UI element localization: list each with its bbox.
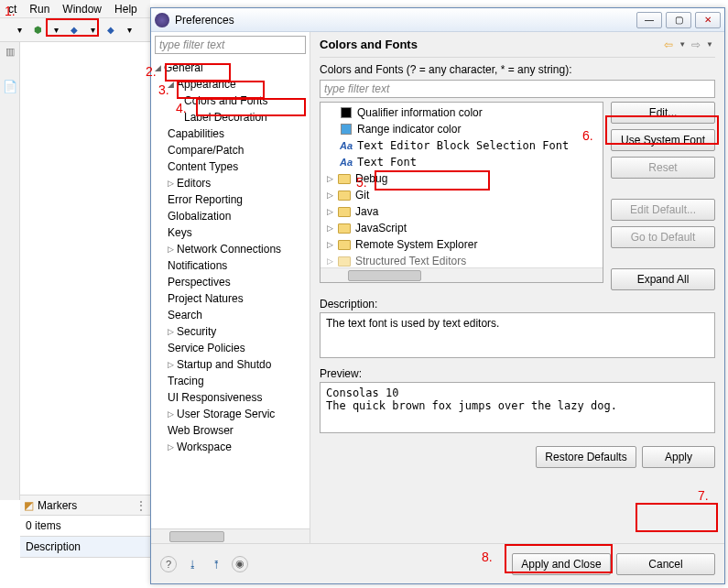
dialog-titlebar: Preferences — ▢ ✕: [151, 8, 724, 32]
description-box: The text font is used by text editors.: [320, 312, 715, 358]
edit-default-button[interactable]: Edit Default...: [611, 199, 715, 221]
tree-globalization[interactable]: Globalization: [168, 208, 231, 224]
nav-forward-menu[interactable]: ▼: [704, 40, 715, 49]
minimize-button[interactable]: —: [636, 12, 662, 28]
close-button[interactable]: ✕: [695, 12, 721, 28]
nav-back-menu[interactable]: ▼: [677, 40, 688, 49]
new-icon[interactable]: ⬢: [29, 22, 46, 38]
tree-ui-responsiveness[interactable]: UI Responsiveness: [168, 389, 262, 406]
help-icon[interactable]: ?: [160, 556, 177, 572]
colors-fonts-list[interactable]: Qualifier information color Range indica…: [320, 102, 603, 283]
page-title: Colors and Fonts: [320, 38, 662, 51]
tree-web-browser[interactable]: Web Browser: [168, 422, 234, 439]
apply-button[interactable]: Apply: [642, 446, 715, 468]
tree-user-storage[interactable]: User Storage Servic: [177, 406, 275, 422]
color-swatch-icon: [341, 107, 352, 118]
tree-network-connections[interactable]: Network Connections: [177, 241, 281, 257]
tree-horiz-scrollbar[interactable]: [151, 528, 310, 543]
item-git[interactable]: Git: [355, 187, 369, 203]
item-range-color[interactable]: Range indicator color: [357, 121, 461, 137]
tree-content-types[interactable]: Content Types: [168, 158, 238, 175]
go-to-default-button[interactable]: Go to Default: [611, 226, 715, 248]
tree-security[interactable]: Security: [177, 323, 216, 340]
dialog-footer: ? ⭳ ⭱ ◉ Apply and Close Cancel: [151, 543, 724, 583]
menu-run[interactable]: Run: [23, 1, 56, 17]
menu-ct[interactable]: ct: [2, 1, 23, 17]
tree-colors-fonts[interactable]: Colors and Fonts: [184, 93, 267, 109]
tree-notifications[interactable]: Notifications: [168, 257, 227, 274]
font-icon: Aa: [340, 154, 353, 170]
tree-service-policies[interactable]: Service Policies: [168, 340, 245, 356]
tree-editors[interactable]: Editors: [177, 175, 211, 191]
font-icon: Aa: [340, 137, 353, 154]
description-label: Description:: [320, 298, 715, 310]
preferences-dialog: Preferences — ▢ ✕ type filter text ◢Gene…: [150, 7, 725, 584]
import-icon[interactable]: ⭳: [184, 556, 201, 572]
list-horiz-scrollbar[interactable]: [321, 267, 603, 282]
preference-tree-pane: type filter text ◢General ◢Appearance Co…: [151, 32, 310, 543]
menu-help[interactable]: Help: [108, 1, 144, 17]
folder-icon: [338, 191, 351, 201]
tree-perspectives[interactable]: Perspectives: [168, 274, 231, 290]
color-swatch-icon: [341, 124, 352, 135]
nav-back-icon[interactable]: ⇦: [662, 38, 675, 51]
folder-icon: [338, 256, 351, 267]
toolbar-icon[interactable]: ▾: [84, 22, 101, 38]
toolbar-icon[interactable]: ▾: [11, 22, 27, 38]
tree-capabilities[interactable]: Capabilities: [168, 125, 224, 142]
item-block-selection-font[interactable]: Text Editor Block Selection Font: [357, 137, 569, 154]
preference-tree[interactable]: ◢General ◢Appearance Colors and Fonts La…: [151, 58, 310, 528]
tree-search[interactable]: Search: [168, 307, 202, 323]
use-system-font-button[interactable]: Use System Font: [611, 129, 715, 151]
server-icon[interactable]: ◆: [66, 22, 82, 38]
cancel-button[interactable]: Cancel: [616, 553, 715, 575]
item-javascript[interactable]: JavaScript: [355, 220, 407, 236]
colors-fonts-hint: Colors and Fonts (? = any character, * =…: [320, 63, 715, 76]
tree-label-decorations[interactable]: Label Decoration: [184, 109, 267, 125]
item-debug[interactable]: Debug: [355, 170, 387, 187]
colors-fonts-filter-input[interactable]: type filter text: [320, 80, 715, 98]
toolbar-icon[interactable]: ▾: [48, 22, 64, 38]
tree-startup-shutdown[interactable]: Startup and Shutdo: [177, 356, 271, 373]
app-menubar: ct Run Window Help: [0, 0, 150, 18]
tree-compare-patch[interactable]: Compare/Patch: [168, 142, 244, 158]
server2-icon[interactable]: ◆: [103, 22, 119, 38]
expand-all-button[interactable]: Expand All: [611, 268, 715, 290]
markers-col-description[interactable]: Description: [20, 537, 150, 558]
eclipse-icon: [155, 13, 169, 27]
tree-keys[interactable]: Keys: [168, 224, 192, 241]
tree-error-reporting[interactable]: Error Reporting: [168, 191, 243, 208]
markers-tab-label[interactable]: Markers: [38, 499, 77, 512]
tree-general[interactable]: General: [164, 60, 203, 76]
sidebar-trim: ▥ 📄: [0, 42, 20, 500]
folder-icon: [338, 174, 351, 184]
item-remote-system-explorer[interactable]: Remote System Explorer: [355, 236, 477, 253]
tree-tracing[interactable]: Tracing: [168, 373, 204, 389]
preview-box: Consolas 10 The quick brown fox jumps ov…: [320, 382, 715, 433]
restore-defaults-button[interactable]: Restore Defaults: [536, 446, 636, 468]
markers-view: ◩ Markers ⋮ 0 items Description: [20, 495, 150, 588]
item-structured-text-editors[interactable]: Structured Text Editors: [355, 253, 466, 267]
tree-workspace[interactable]: Workspace: [177, 439, 232, 455]
nav-forward-icon[interactable]: ⇨: [690, 38, 702, 51]
restore-icon[interactable]: ▥: [5, 46, 15, 58]
apply-and-close-button[interactable]: Apply and Close: [512, 553, 611, 575]
oomph-icon[interactable]: ◉: [232, 556, 248, 572]
item-qualifier-color[interactable]: Qualifier information color: [357, 104, 483, 121]
reset-button[interactable]: Reset: [611, 157, 715, 179]
tree-appearance[interactable]: Appearance: [177, 76, 236, 93]
item-text-font[interactable]: Text Font: [357, 154, 417, 170]
toolbar-icon[interactable]: ▾: [121, 22, 137, 38]
item-java[interactable]: Java: [355, 203, 378, 220]
markers-more-icon[interactable]: ⋮: [136, 499, 147, 512]
package-explorer-icon[interactable]: 📄: [3, 80, 17, 93]
maximize-button[interactable]: ▢: [666, 12, 691, 28]
tree-filter-input[interactable]: type filter text: [155, 36, 306, 54]
preview-label: Preview:: [320, 367, 715, 380]
edit-button[interactable]: Edit...: [611, 102, 715, 124]
export-icon[interactable]: ⭱: [208, 556, 224, 572]
tree-project-natures[interactable]: Project Natures: [168, 290, 244, 307]
folder-icon: [338, 240, 351, 250]
menu-window[interactable]: Window: [56, 1, 108, 17]
folder-icon: [338, 223, 351, 234]
